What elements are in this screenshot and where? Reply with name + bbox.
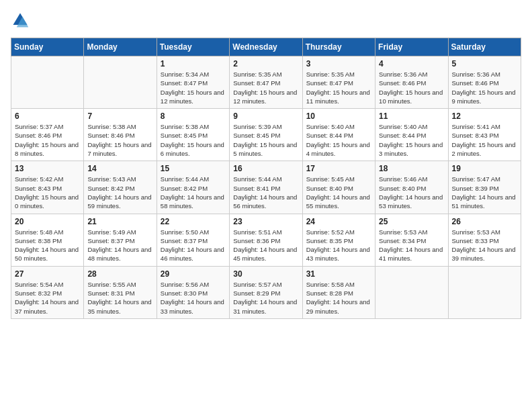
calendar-cell (84, 56, 157, 109)
day-content: Sunrise: 5:36 AM Sunset: 8:46 PM Dayligh… (452, 70, 517, 105)
calendar-cell: 13Sunrise: 5:42 AM Sunset: 8:43 PM Dayli… (11, 161, 84, 214)
day-content: Sunrise: 5:43 AM Sunset: 8:42 PM Dayligh… (87, 175, 152, 210)
day-content: Sunrise: 5:51 AM Sunset: 8:36 PM Dayligh… (233, 228, 298, 263)
day-number: 24 (306, 217, 371, 226)
day-number: 5 (452, 59, 517, 68)
day-number: 12 (452, 111, 517, 121)
calendar-cell: 26Sunrise: 5:53 AM Sunset: 8:33 PM Dayli… (448, 214, 521, 266)
day-content: Sunrise: 5:58 AM Sunset: 8:28 PM Dayligh… (306, 280, 371, 316)
calendar-cell: 8Sunrise: 5:38 AM Sunset: 8:45 PM Daylig… (157, 109, 229, 161)
day-content: Sunrise: 5:42 AM Sunset: 8:43 PM Dayligh… (15, 175, 80, 210)
day-number: 25 (379, 217, 444, 226)
day-number: 4 (379, 59, 444, 68)
day-number: 10 (306, 111, 371, 121)
day-content: Sunrise: 5:55 AM Sunset: 8:31 PM Dayligh… (87, 280, 152, 316)
day-number: 27 (15, 269, 80, 279)
day-content: Sunrise: 5:44 AM Sunset: 8:41 PM Dayligh… (233, 175, 298, 210)
calendar-cell: 24Sunrise: 5:52 AM Sunset: 8:35 PM Dayli… (302, 214, 375, 266)
day-content: Sunrise: 5:41 AM Sunset: 8:43 PM Dayligh… (452, 122, 517, 158)
day-number: 17 (306, 164, 371, 173)
calendar-cell: 15Sunrise: 5:44 AM Sunset: 8:42 PM Dayli… (157, 161, 229, 214)
day-number: 23 (233, 217, 298, 226)
day-number: 2 (233, 59, 298, 68)
calendar-cell: 2Sunrise: 5:35 AM Sunset: 8:47 PM Daylig… (230, 56, 302, 109)
calendar-header: SundayMondayTuesdayWednesdayThursdayFrid… (11, 38, 521, 56)
day-of-week-header: Tuesday (157, 38, 229, 56)
day-number: 9 (233, 111, 298, 121)
calendar-cell: 25Sunrise: 5:53 AM Sunset: 8:34 PM Dayli… (375, 214, 448, 266)
day-content: Sunrise: 5:36 AM Sunset: 8:46 PM Dayligh… (379, 70, 444, 105)
calendar-cell: 23Sunrise: 5:51 AM Sunset: 8:36 PM Dayli… (230, 214, 302, 266)
calendar-table: SundayMondayTuesdayWednesdayThursdayFrid… (11, 38, 521, 319)
day-of-week-header: Thursday (302, 38, 375, 56)
day-number: 22 (161, 217, 226, 226)
logo (11, 11, 32, 30)
day-content: Sunrise: 5:38 AM Sunset: 8:46 PM Dayligh… (87, 122, 152, 158)
calendar-cell: 27Sunrise: 5:54 AM Sunset: 8:32 PM Dayli… (11, 266, 84, 318)
calendar-cell: 20Sunrise: 5:48 AM Sunset: 8:38 PM Dayli… (11, 214, 84, 266)
day-number: 6 (15, 111, 80, 121)
day-number: 28 (87, 269, 152, 279)
day-number: 30 (233, 269, 298, 279)
calendar-cell: 30Sunrise: 5:57 AM Sunset: 8:29 PM Dayli… (230, 266, 302, 318)
day-of-week-header: Monday (84, 38, 157, 56)
page-header (11, 11, 521, 30)
calendar-cell: 4Sunrise: 5:36 AM Sunset: 8:46 PM Daylig… (375, 56, 448, 109)
day-content: Sunrise: 5:53 AM Sunset: 8:33 PM Dayligh… (452, 228, 517, 263)
calendar-cell: 14Sunrise: 5:43 AM Sunset: 8:42 PM Dayli… (84, 161, 157, 214)
header-row: SundayMondayTuesdayWednesdayThursdayFrid… (11, 38, 521, 56)
day-content: Sunrise: 5:49 AM Sunset: 8:37 PM Dayligh… (87, 228, 152, 263)
day-content: Sunrise: 5:39 AM Sunset: 8:45 PM Dayligh… (233, 122, 298, 158)
calendar-body: 1Sunrise: 5:34 AM Sunset: 8:47 PM Daylig… (11, 56, 521, 319)
calendar-cell: 31Sunrise: 5:58 AM Sunset: 8:28 PM Dayli… (302, 266, 375, 318)
calendar-week-row: 27Sunrise: 5:54 AM Sunset: 8:32 PM Dayli… (11, 266, 521, 318)
calendar-cell: 19Sunrise: 5:47 AM Sunset: 8:39 PM Dayli… (448, 161, 521, 214)
day-content: Sunrise: 5:52 AM Sunset: 8:35 PM Dayligh… (306, 228, 371, 263)
day-number: 21 (87, 217, 152, 226)
calendar-cell: 3Sunrise: 5:35 AM Sunset: 8:47 PM Daylig… (302, 56, 375, 109)
day-content: Sunrise: 5:54 AM Sunset: 8:32 PM Dayligh… (15, 280, 80, 316)
calendar-cell: 1Sunrise: 5:34 AM Sunset: 8:47 PM Daylig… (157, 56, 229, 109)
calendar-cell: 28Sunrise: 5:55 AM Sunset: 8:31 PM Dayli… (84, 266, 157, 318)
day-content: Sunrise: 5:38 AM Sunset: 8:45 PM Dayligh… (161, 122, 226, 158)
calendar-cell: 10Sunrise: 5:40 AM Sunset: 8:44 PM Dayli… (302, 109, 375, 161)
calendar-cell: 21Sunrise: 5:49 AM Sunset: 8:37 PM Dayli… (84, 214, 157, 266)
day-number: 11 (379, 111, 444, 121)
day-number: 15 (161, 164, 226, 173)
calendar-cell: 11Sunrise: 5:40 AM Sunset: 8:44 PM Dayli… (375, 109, 448, 161)
day-number: 7 (87, 111, 152, 121)
calendar-cell: 29Sunrise: 5:56 AM Sunset: 8:30 PM Dayli… (157, 266, 229, 318)
calendar-cell (448, 266, 521, 318)
day-content: Sunrise: 5:35 AM Sunset: 8:47 PM Dayligh… (306, 70, 371, 105)
day-content: Sunrise: 5:37 AM Sunset: 8:46 PM Dayligh… (15, 122, 80, 158)
day-number: 26 (452, 217, 517, 226)
calendar-week-row: 13Sunrise: 5:42 AM Sunset: 8:43 PM Dayli… (11, 161, 521, 214)
day-content: Sunrise: 5:56 AM Sunset: 8:30 PM Dayligh… (161, 280, 226, 316)
day-number: 8 (161, 111, 226, 121)
day-of-week-header: Saturday (448, 38, 521, 56)
day-number: 20 (15, 217, 80, 226)
day-number: 18 (379, 164, 444, 173)
day-number: 29 (161, 269, 226, 279)
calendar-week-row: 1Sunrise: 5:34 AM Sunset: 8:47 PM Daylig… (11, 56, 521, 109)
calendar-cell: 12Sunrise: 5:41 AM Sunset: 8:43 PM Dayli… (448, 109, 521, 161)
day-content: Sunrise: 5:34 AM Sunset: 8:47 PM Dayligh… (161, 70, 226, 105)
day-content: Sunrise: 5:45 AM Sunset: 8:40 PM Dayligh… (306, 175, 371, 210)
calendar-week-row: 20Sunrise: 5:48 AM Sunset: 8:38 PM Dayli… (11, 214, 521, 266)
day-number: 3 (306, 59, 371, 68)
calendar-cell: 9Sunrise: 5:39 AM Sunset: 8:45 PM Daylig… (230, 109, 302, 161)
calendar-cell: 6Sunrise: 5:37 AM Sunset: 8:46 PM Daylig… (11, 109, 84, 161)
calendar-cell: 16Sunrise: 5:44 AM Sunset: 8:41 PM Dayli… (230, 161, 302, 214)
day-content: Sunrise: 5:44 AM Sunset: 8:42 PM Dayligh… (161, 175, 226, 210)
calendar-cell (11, 56, 84, 109)
calendar-cell: 7Sunrise: 5:38 AM Sunset: 8:46 PM Daylig… (84, 109, 157, 161)
calendar-cell: 18Sunrise: 5:46 AM Sunset: 8:40 PM Dayli… (375, 161, 448, 214)
calendar-cell: 5Sunrise: 5:36 AM Sunset: 8:46 PM Daylig… (448, 56, 521, 109)
day-of-week-header: Sunday (11, 38, 84, 56)
day-number: 1 (161, 59, 226, 68)
day-number: 14 (87, 164, 152, 173)
day-content: Sunrise: 5:35 AM Sunset: 8:47 PM Dayligh… (233, 70, 298, 105)
logo-icon (11, 11, 30, 30)
day-of-week-header: Wednesday (230, 38, 302, 56)
day-number: 13 (15, 164, 80, 173)
